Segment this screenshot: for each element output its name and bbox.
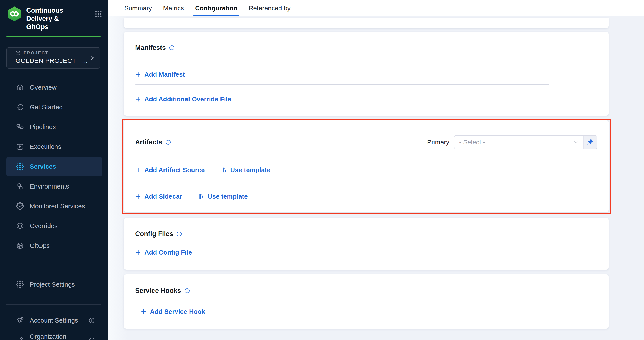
chevron-down-icon (572, 139, 579, 145)
manifests-divider (135, 84, 549, 85)
add-config-file-button[interactable]: Add Config File (135, 249, 192, 256)
tab-bar: Summary Metrics Configuration Referenced… (108, 0, 644, 16)
info-icon[interactable] (184, 288, 190, 294)
primary-artifact-select[interactable]: - Select - (454, 136, 583, 149)
previous-section-card-remnant (124, 18, 608, 28)
sidebar-nav: Overview Get Started Pipelines Execution… (0, 78, 108, 256)
template-library-icon (221, 167, 227, 173)
monitored-services-icon (16, 202, 24, 210)
sidebar-item-get-started[interactable]: Get Started (6, 97, 102, 117)
add-service-hook-button[interactable]: Add Service Hook (141, 308, 205, 315)
gear-icon (16, 280, 24, 288)
sidebar-item-organization-settings[interactable]: Organization Settings (6, 330, 102, 340)
sidebar-item-environments[interactable]: Environments (6, 176, 102, 196)
brand-green-divider (6, 36, 101, 37)
info-icon[interactable] (88, 337, 95, 340)
module-grid-icon[interactable] (94, 10, 102, 18)
product-title: Continuous Delivery & GitOps (26, 7, 80, 31)
plus-icon (135, 96, 141, 102)
pin-icon (586, 138, 594, 146)
info-icon[interactable] (176, 231, 182, 237)
project-selector[interactable]: PROJECT GOLDEN PROJECT - ... (6, 47, 100, 69)
template-library-icon (198, 193, 204, 200)
vertical-divider (212, 162, 213, 178)
plus-icon (135, 167, 141, 173)
info-icon[interactable] (169, 45, 175, 51)
sidebar-item-pipelines[interactable]: Pipelines (6, 117, 102, 137)
tab-summary[interactable]: Summary (124, 0, 152, 16)
home-icon (16, 83, 24, 92)
add-artifact-source-button[interactable]: Add Artifact Source (135, 166, 205, 174)
pipelines-icon (16, 123, 24, 131)
project-eyebrow-label: PROJECT (24, 50, 48, 56)
use-template-primary-button[interactable]: Use template (221, 166, 270, 174)
info-icon[interactable] (88, 317, 95, 324)
environments-icon (16, 182, 24, 190)
sidebar-item-gitops[interactable]: GitOps (6, 236, 102, 256)
sidebar-item-account-settings[interactable]: Account Settings (6, 310, 102, 330)
sidebar-divider (6, 266, 101, 266)
sidebar: Continuous Delivery & GitOps PROJECT GOL… (0, 0, 108, 340)
manifests-card: Manifests Add Manifest Add Additional Ov… (124, 32, 608, 116)
sidebar-item-overrides[interactable]: Overrides (6, 216, 102, 236)
plus-icon (135, 72, 141, 78)
gear-icon (16, 162, 24, 171)
primary-label: Primary (427, 139, 449, 146)
artifacts-card: Artifacts Primary - Select - (124, 120, 608, 212)
use-template-sidecar-button[interactable]: Use template (198, 193, 248, 200)
chevron-right-icon (89, 55, 96, 61)
info-icon[interactable] (165, 139, 171, 145)
artifacts-title: Artifacts (135, 138, 162, 146)
vertical-divider (190, 188, 190, 205)
layers-icon (16, 222, 24, 230)
sidebar-divider (6, 304, 101, 305)
sidebar-item-services[interactable]: Services (6, 157, 102, 176)
plus-icon (135, 193, 141, 199)
add-sidecar-button[interactable]: Add Sidecar (135, 193, 182, 200)
service-hooks-title: Service Hooks (135, 287, 181, 295)
cube-icon (16, 50, 21, 56)
config-files-card: Config Files Add Config File (124, 218, 608, 270)
service-hooks-card: Service Hooks Add Service Hook (124, 274, 608, 328)
main-area: Summary Metrics Configuration Referenced… (108, 0, 644, 340)
executions-icon (16, 143, 24, 151)
gitops-icon (16, 242, 24, 250)
org-chart-gear-icon (16, 336, 24, 340)
get-started-icon (16, 103, 24, 111)
sidebar-item-executions[interactable]: Executions (6, 137, 102, 157)
tab-referenced-by[interactable]: Referenced by (249, 0, 290, 16)
add-additional-override-file-button[interactable]: Add Additional Override File (135, 96, 231, 103)
sidebar-item-monitored-services[interactable]: Monitored Services (6, 196, 102, 216)
config-files-title: Config Files (135, 230, 173, 238)
plus-icon (141, 308, 147, 315)
select-placeholder: - Select - (459, 139, 485, 146)
configuration-content: Manifests Add Manifest Add Additional Ov… (108, 16, 644, 340)
sidebar-item-overview[interactable]: Overview (6, 78, 102, 97)
tab-configuration[interactable]: Configuration (195, 0, 238, 16)
sidebar-item-project-settings[interactable]: Project Settings (6, 275, 102, 294)
pin-button[interactable] (583, 136, 597, 149)
layers-gear-icon (16, 316, 24, 324)
product-header: Continuous Delivery & GitOps (0, 0, 108, 31)
plus-icon (135, 249, 141, 255)
add-manifest-button[interactable]: Add Manifest (135, 71, 185, 78)
project-name: GOLDEN PROJECT - ... (16, 57, 96, 64)
primary-artifact-control: Primary - Select - (427, 135, 597, 149)
tab-metrics[interactable]: Metrics (163, 0, 184, 16)
harness-cd-logo-icon (6, 6, 22, 23)
manifests-title: Manifests (135, 44, 166, 52)
